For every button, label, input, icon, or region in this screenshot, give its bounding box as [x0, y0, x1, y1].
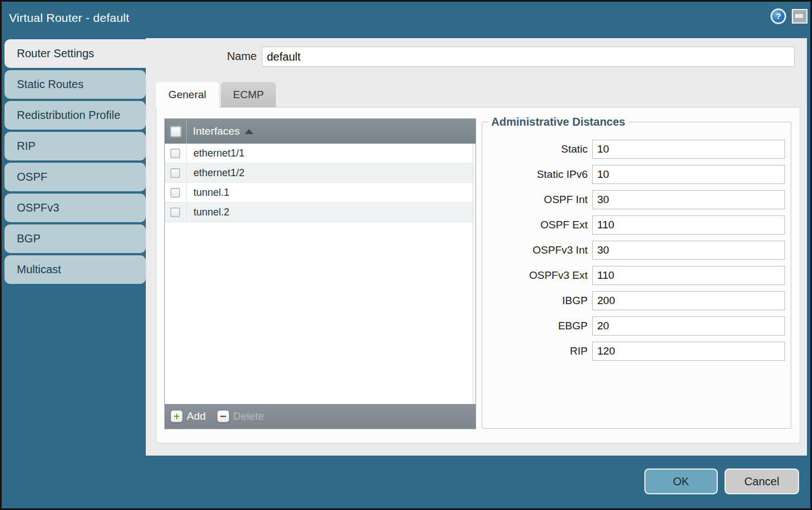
name-label: Name: [196, 50, 257, 63]
static-input[interactable]: [592, 140, 785, 159]
sidebar-item-ospf[interactable]: OSPF: [4, 163, 146, 191]
table-scrollbar[interactable]: [473, 144, 476, 404]
table-row[interactable]: tunnel.1: [165, 183, 476, 203]
minimize-icon[interactable]: [792, 9, 808, 24]
interfaces-table-body: ethernet1/1 ethernet1/2 tunnel.1: [165, 144, 476, 404]
interfaces-table: Interfaces ethernet1/1 ethernet1/2: [164, 118, 476, 429]
ospfv3-ext-input[interactable]: [592, 266, 785, 285]
help-icon[interactable]: ?: [771, 8, 786, 24]
ibgp-label: IBGP: [486, 295, 588, 307]
row-separator: [186, 183, 187, 202]
table-row[interactable]: ethernet1/1: [165, 144, 476, 163]
field-row: OSPFv3 Int: [486, 241, 785, 260]
interface-name: tunnel.1: [193, 187, 229, 199]
field-row: RIP: [486, 342, 785, 361]
content-area: Name General ECMP Interfaces ethernet1/1: [146, 38, 807, 456]
column-separator: [186, 119, 187, 144]
table-toolbar: + Add − Delete: [165, 404, 476, 429]
interfaces-column-title: Interfaces: [193, 125, 239, 137]
row-separator: [186, 144, 187, 163]
row-checkbox[interactable]: [170, 149, 180, 158]
ibgp-input[interactable]: [592, 291, 785, 310]
ospf-ext-label: OSPF Ext: [486, 219, 588, 231]
sidebar-item-bgp[interactable]: BGP: [4, 224, 146, 253]
sidebar-item-router-settings[interactable]: Router Settings: [4, 39, 146, 68]
field-row: Static: [486, 140, 785, 159]
sidebar-item-rip[interactable]: RIP: [4, 132, 146, 160]
ospf-ext-input[interactable]: [592, 215, 785, 235]
ok-button[interactable]: OK: [644, 468, 718, 494]
administrative-distances-legend: Administrative Distances: [488, 116, 629, 128]
sidebar-item-multicast[interactable]: Multicast: [4, 255, 146, 284]
ebgp-input[interactable]: [592, 316, 785, 336]
interface-name: tunnel.2: [193, 206, 229, 218]
administrative-distances-fieldset: Administrative Distances Static Static I…: [482, 116, 791, 429]
interfaces-column-header[interactable]: Interfaces: [165, 119, 476, 144]
field-row: IBGP: [486, 291, 785, 310]
field-row: Static IPv6: [486, 165, 785, 184]
sidebar-item-redistribution-profile[interactable]: Redistribution Profile: [4, 101, 146, 130]
delete-button-label: Delete: [233, 410, 264, 422]
ebgp-label: EBGP: [486, 320, 588, 332]
tab-ecmp[interactable]: ECMP: [221, 82, 276, 107]
static-ipv6-input[interactable]: [592, 165, 785, 184]
ospfv3-int-input[interactable]: [592, 241, 785, 260]
interface-name: ethernet1/1: [193, 148, 244, 159]
row-separator: [186, 203, 187, 222]
static-ipv6-label: Static IPv6: [486, 168, 588, 181]
ospfv3-ext-label: OSPFv3 Ext: [486, 269, 588, 282]
tab-general[interactable]: General: [156, 82, 219, 108]
static-label: Static: [486, 143, 588, 155]
sidebar-item-static-routes[interactable]: Static Routes: [4, 70, 146, 99]
dialog-title: Virtual Router - default: [9, 11, 130, 25]
sidebar-item-ospfv3[interactable]: OSPFv3: [4, 194, 146, 222]
name-input[interactable]: [262, 47, 795, 67]
row-checkbox[interactable]: [170, 168, 180, 178]
add-plus-icon: +: [170, 410, 183, 422]
ospfv3-int-label: OSPFv3 Int: [486, 244, 588, 256]
general-tab-panel: Interfaces ethernet1/1 ethernet1/2: [156, 107, 800, 443]
table-row[interactable]: ethernet1/2: [165, 163, 476, 183]
table-row[interactable]: tunnel.2: [165, 203, 476, 222]
sort-ascending-icon: [244, 129, 253, 134]
row-separator: [186, 163, 187, 182]
delete-minus-icon: −: [217, 410, 229, 422]
field-row: EBGP: [486, 316, 785, 336]
add-button[interactable]: + Add: [170, 410, 206, 422]
sidebar: Router Settings Static Routes Redistribu…: [0, 38, 146, 456]
field-row: OSPFv3 Ext: [486, 266, 785, 285]
rip-label: RIP: [486, 345, 588, 357]
cancel-button[interactable]: Cancel: [725, 468, 799, 494]
title-bar: Virtual Router - default ?: [0, 0, 812, 38]
virtual-router-dialog: Virtual Router - default ? Router Settin…: [0, 0, 812, 510]
ospf-int-label: OSPF Int: [486, 194, 588, 206]
delete-button[interactable]: − Delete: [217, 410, 264, 422]
rip-input[interactable]: [592, 342, 785, 361]
field-row: OSPF Int: [486, 190, 785, 209]
row-checkbox[interactable]: [170, 188, 180, 197]
interface-name: ethernet1/2: [193, 167, 244, 179]
select-all-checkbox[interactable]: [170, 126, 181, 137]
ospf-int-input[interactable]: [592, 190, 785, 209]
add-button-label: Add: [187, 410, 206, 422]
row-checkbox[interactable]: [170, 208, 180, 217]
field-row: OSPF Ext: [486, 215, 785, 235]
